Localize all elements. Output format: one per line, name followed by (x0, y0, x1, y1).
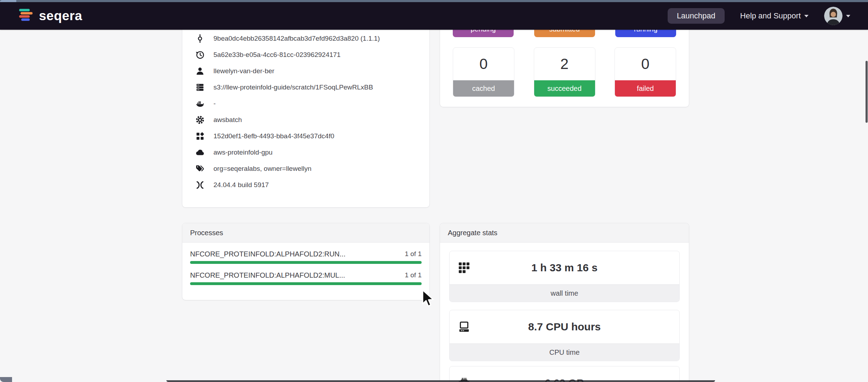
succeeded-count: 2 (534, 48, 595, 80)
detail-row-container: - (182, 96, 429, 112)
detail-row-tags: org=seqeralabs, owner=llewellyn (182, 161, 429, 177)
compute-env-id-value: 152d0ef1-8efb-4493-bba4-3f45e37dc4f0 (213, 132, 334, 140)
processes-header: Processes (182, 223, 429, 243)
process-name: NFCORE_PROTEINFOLD:ALPHAFOLD2:MUL... (190, 271, 345, 279)
executor-value: awsbatch (213, 116, 242, 124)
workdir-value: s3://llew-proteinfold-guide/scratch/1FSo… (213, 83, 373, 91)
process-name: NFCORE_PROTEINFOLD:ALPHAFOLD2:RUN... (190, 250, 346, 258)
avatar (824, 7, 843, 25)
detail-row-nextflow-version: 24.04.4 build 5917 (182, 177, 429, 193)
user-avatar-menu[interactable] (824, 7, 850, 25)
cpu-time-card: 8.7 CPU hours CPU time (449, 310, 680, 361)
cpu-hours-value: 8.7 CPU hours (528, 321, 601, 333)
commit-id-value: 9bea0dc4ebb26358142afbcab3d7efd962d3a820… (213, 35, 380, 42)
failed-label: failed (615, 80, 676, 97)
window-bottom-corner (0, 377, 12, 382)
mouse-cursor (421, 289, 436, 309)
container-value: - (213, 100, 216, 108)
tags-icon (195, 164, 205, 174)
aggregate-stats-body: 1 h 33 m 16 s wall time 8.7 CPU hours CP (440, 243, 689, 382)
wall-time-label: wall time (450, 284, 679, 302)
gear-icon (195, 115, 205, 125)
help-support-menu[interactable]: Help and Support (740, 11, 809, 21)
top-navbar: seqera Launchpad Help and Support (0, 2, 868, 30)
aggregate-stats-panel: Aggregate stats 1 h 33 m 16 s wall time (440, 223, 689, 382)
navbar-right-group: Launchpad Help and Support (668, 7, 850, 25)
grid-icon (458, 262, 470, 274)
tags-value: org=seqeralabs, owner=llewellyn (213, 165, 312, 173)
succeeded-label: succeeded (534, 80, 595, 97)
nextflow-version-value: 24.04.4 build 5917 (213, 181, 269, 189)
process-progress-label: 1 of 1 (405, 271, 422, 279)
compute-env-name-value: aws-proteinfold-gpu (213, 149, 273, 156)
docker-icon (195, 99, 205, 109)
detail-row-workdir: s3://llew-proteinfold-guide/scratch/1FSo… (182, 79, 429, 96)
wall-time-card: 1 h 33 m 16 s wall time (449, 251, 680, 302)
processes-body: NFCORE_PROTEINFOLD:ALPHAFOLD2:RUN... 1 o… (182, 243, 429, 285)
detail-row-compute-env: aws-proteinfold-gpu (182, 144, 429, 161)
status-cards-row: 0 cached 2 succeeded 0 failed (440, 47, 689, 97)
detail-row-executor: awsbatch (182, 112, 429, 128)
processes-panel: Processes NFCORE_PROTEINFOLD:ALPHAFOLD2:… (182, 223, 430, 300)
seqera-logo[interactable]: seqera (18, 8, 82, 24)
detail-row-compute-env-id: 152d0ef1-8efb-4493-bba4-3f45e37dc4f0 (182, 128, 429, 144)
window-bottom-edge (166, 380, 715, 382)
run-details-panel: 9bea0dc4ebb26358142afbcab3d7efd962d3a820… (182, 7, 430, 208)
process-progress-label: 1 of 1 (405, 250, 422, 258)
status-card-cached[interactable]: 0 cached (453, 47, 514, 97)
detail-row-user: llewelyn-van-der-ber (182, 63, 429, 79)
process-row[interactable]: NFCORE_PROTEINFOLD:ALPHAFOLD2:RUN... 1 o… (190, 247, 422, 264)
process-row[interactable]: NFCORE_PROTEINFOLD:ALPHAFOLD2:MUL... 1 o… (190, 268, 422, 285)
detail-row-commit: 9bea0dc4ebb26358142afbcab3d7efd962d3a820… (182, 30, 429, 47)
launchpad-button[interactable]: Launchpad (668, 8, 725, 24)
memory-card: 6.62 GB (449, 366, 680, 382)
process-progress-bar (190, 261, 422, 264)
app-window: seqera Launchpad Help and Support (0, 0, 868, 382)
git-commit-icon (195, 34, 205, 44)
window-top-edge (0, 0, 868, 2)
nextflow-icon (195, 180, 205, 190)
cloud-icon (195, 147, 205, 157)
process-progress-bar (190, 282, 422, 285)
brand-name: seqera (39, 8, 82, 23)
aggregate-stats-title: Aggregate stats (448, 229, 497, 237)
server-icon (195, 82, 205, 92)
seqera-logo-icon (18, 8, 34, 24)
history-icon (195, 50, 205, 60)
help-support-label: Help and Support (740, 11, 801, 21)
chevron-down-icon (804, 15, 809, 17)
run-details-list: 9bea0dc4ebb26358142afbcab3d7efd962d3a820… (182, 7, 429, 193)
processes-title: Processes (190, 229, 223, 237)
detail-row-session: 5a62e33b-e05a-4cc6-81cc-023962924171 (182, 47, 429, 63)
cached-count: 0 (453, 48, 514, 80)
blocks-icon (195, 131, 205, 141)
wall-time-value: 1 h 33 m 16 s (531, 262, 598, 274)
username-value: llewelyn-van-der-ber (213, 67, 274, 75)
failed-count: 0 (615, 48, 676, 80)
user-icon (195, 66, 205, 76)
cpu-time-label: CPU time (450, 343, 679, 361)
status-card-failed[interactable]: 0 failed (615, 47, 676, 97)
chevron-down-icon (846, 15, 850, 17)
window-top-corner (0, 0, 16, 2)
session-id-value: 5a62e33b-e05a-4cc6-81cc-023962924171 (213, 51, 341, 59)
vertical-scrollbar-thumb[interactable] (866, 61, 868, 123)
aggregate-stats-header: Aggregate stats (440, 223, 689, 243)
cached-label: cached (453, 80, 514, 97)
computer-icon (458, 321, 470, 333)
status-card-succeeded[interactable]: 2 succeeded (534, 47, 595, 97)
